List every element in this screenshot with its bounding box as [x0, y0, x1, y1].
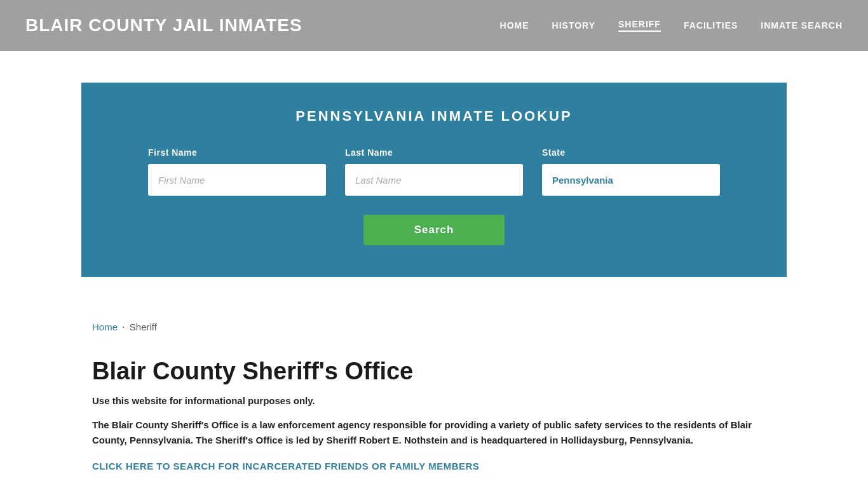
- breadcrumb-separator: •: [123, 324, 125, 330]
- main-nav: HOME HISTORY SHERIFF FACILITIES INMATE S…: [500, 19, 843, 32]
- main-content: Blair County Sheriff's Office Use this w…: [0, 345, 868, 488]
- search-fields-row: First Name Last Name State: [81, 147, 787, 196]
- last-name-input[interactable]: [345, 164, 523, 196]
- first-name-group: First Name: [148, 147, 326, 196]
- search-button[interactable]: Search: [363, 215, 505, 245]
- inmate-lookup-panel: PENNSYLVANIA INMATE LOOKUP First Name La…: [81, 83, 787, 277]
- nav-inmate-search[interactable]: INMATE SEARCH: [761, 20, 843, 30]
- state-input[interactable]: [542, 164, 720, 196]
- breadcrumb-current-page: Sheriff: [130, 322, 157, 332]
- state-label: State: [542, 147, 720, 158]
- cta-search-link[interactable]: CLICK HERE to Search for Incarcerated Fr…: [92, 461, 479, 471]
- search-button-row: Search: [81, 215, 787, 245]
- breadcrumb-home-link[interactable]: Home: [92, 322, 118, 332]
- lookup-title: PENNSYLVANIA INMATE LOOKUP: [81, 108, 787, 125]
- nav-history[interactable]: HISTORY: [552, 20, 595, 30]
- page-title: Blair County Sheriff's Office: [92, 358, 776, 385]
- breadcrumb: Home • Sheriff: [0, 309, 868, 345]
- state-group: State: [542, 147, 720, 196]
- nav-sheriff[interactable]: SHERIFF: [618, 19, 661, 32]
- site-header: BLAIR COUNTY JAIL INMATES HOME HISTORY S…: [0, 0, 868, 51]
- last-name-group: Last Name: [345, 147, 523, 196]
- nav-facilities[interactable]: FACILITIES: [684, 20, 738, 30]
- description-text: The Blair County Sheriff's Office is a l…: [92, 417, 776, 448]
- first-name-label: First Name: [148, 147, 326, 158]
- site-title: BLAIR COUNTY JAIL INMATES: [25, 15, 302, 36]
- first-name-input[interactable]: [148, 164, 326, 196]
- disclaimer-text: Use this website for informational purpo…: [92, 395, 776, 406]
- last-name-label: Last Name: [345, 147, 523, 158]
- nav-home[interactable]: HOME: [500, 20, 529, 30]
